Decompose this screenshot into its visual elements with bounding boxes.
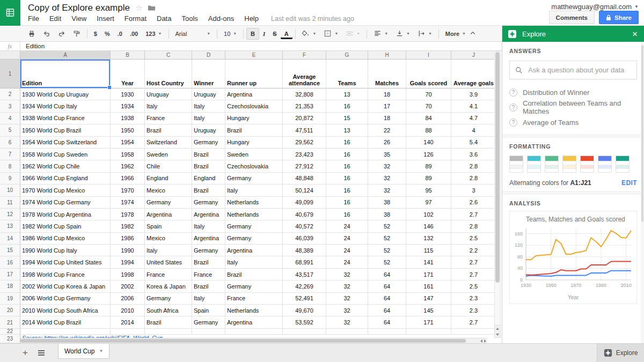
- cell[interactable]: 49,099: [283, 197, 326, 209]
- cell[interactable]: Brazil: [192, 160, 225, 172]
- vertical-align-button[interactable]: ▼: [392, 28, 414, 40]
- decrease-decimal-button[interactable]: .0: [114, 28, 126, 40]
- sheet-tab-world-cup[interactable]: World Cup ▼: [58, 344, 109, 359]
- vertical-scrollbar-thumb[interactable]: [495, 52, 500, 283]
- cell[interactable]: 32: [326, 280, 368, 292]
- menu-item-insert[interactable]: Insert: [97, 14, 114, 23]
- cell[interactable]: Teams: [326, 60, 368, 88]
- more-toolbar-menu[interactable]: More▼: [442, 28, 470, 40]
- cell[interactable]: 2014 World Cup Brazil: [20, 316, 111, 328]
- cell[interactable]: Netherlands: [225, 209, 283, 220]
- cell[interactable]: 32: [368, 160, 406, 172]
- redo-button[interactable]: [54, 28, 69, 40]
- column-header-F[interactable]: F: [283, 51, 326, 60]
- row-header-12[interactable]: 12: [0, 209, 20, 220]
- cell[interactable]: 1994 World Cup United States: [20, 256, 111, 268]
- cell[interactable]: Germany: [192, 137, 225, 149]
- cell[interactable]: 1982: [111, 220, 145, 232]
- cell[interactable]: 1934: [111, 100, 145, 112]
- cell[interactable]: 97: [406, 197, 451, 209]
- cell[interactable]: United States: [145, 256, 192, 268]
- vertical-scroll-arrows[interactable]: [494, 325, 501, 338]
- cell[interactable]: England: [192, 173, 225, 184]
- cell[interactable]: 1954: [111, 137, 145, 149]
- menu-item-add-ons[interactable]: Add-ons: [208, 14, 234, 23]
- cell[interactable]: [326, 329, 368, 335]
- horizontal-scrollbar[interactable]: [20, 338, 487, 343]
- cell[interactable]: 48,389: [283, 245, 326, 256]
- row-header-1[interactable]: 1: [0, 60, 20, 88]
- color-swatch-yellow[interactable]: [562, 156, 576, 173]
- cell[interactable]: 1986: [111, 233, 145, 245]
- cell[interactable]: 40,679: [283, 209, 326, 220]
- cell[interactable]: 18: [368, 113, 406, 124]
- cell[interactable]: 2.5: [451, 280, 496, 292]
- font-family-select[interactable]: Arial▼: [171, 28, 214, 40]
- cell[interactable]: Netherlands: [225, 305, 283, 316]
- color-swatch-cyan[interactable]: [527, 156, 541, 173]
- cell[interactable]: Italy: [192, 293, 225, 305]
- strikethrough-button[interactable]: S: [269, 28, 280, 40]
- cell[interactable]: 2.8: [451, 160, 496, 172]
- cell[interactable]: France: [145, 113, 192, 124]
- menu-item-tools[interactable]: Tools: [181, 14, 197, 23]
- cell[interactable]: Brazil: [225, 269, 283, 280]
- cell[interactable]: 70: [406, 88, 451, 100]
- text-color-button[interactable]: A: [281, 30, 292, 39]
- cell[interactable]: Czechoslovakia: [225, 100, 283, 112]
- formula-input[interactable]: Edition: [20, 43, 45, 49]
- suggested-question[interactable]: ?Correlation between Teams and Matches: [509, 100, 637, 115]
- cell[interactable]: Uruguay: [145, 88, 192, 100]
- cell[interactable]: 52: [368, 220, 406, 232]
- row-header-19[interactable]: 19: [0, 293, 20, 305]
- row-header-4[interactable]: 4: [0, 113, 20, 124]
- column-header-D[interactable]: D: [192, 51, 225, 60]
- cell[interactable]: 17: [368, 100, 406, 112]
- document-title[interactable]: Copy of Explore example: [28, 3, 130, 13]
- comments-button[interactable]: Comments: [549, 11, 595, 24]
- folder-icon[interactable]: [148, 4, 156, 11]
- vertical-scrollbar[interactable]: [494, 51, 501, 338]
- cell[interactable]: Host Country: [145, 60, 192, 88]
- cell[interactable]: 1966 World Cup England: [20, 173, 111, 184]
- row-header-16[interactable]: 16: [0, 256, 20, 268]
- cell[interactable]: 1998: [111, 269, 145, 280]
- cell[interactable]: Uruguay: [192, 124, 225, 136]
- selected-cell[interactable]: Edition: [20, 60, 111, 88]
- cell[interactable]: Germany: [225, 233, 283, 245]
- suggested-question[interactable]: ?Distribution of Winner: [509, 85, 637, 100]
- cell[interactable]: Argentina: [192, 233, 225, 245]
- account-menu[interactable]: matthewguay@gmail.com ▼: [551, 3, 639, 11]
- cell[interactable]: Argentina: [192, 209, 225, 220]
- share-button[interactable]: Share: [599, 11, 639, 24]
- number-format-menu[interactable]: 123▼: [142, 28, 165, 40]
- cell[interactable]: 20,872: [283, 113, 326, 124]
- cell[interactable]: Argentina: [225, 245, 283, 256]
- cell[interactable]: 1990: [111, 245, 145, 256]
- cell[interactable]: 2006: [111, 293, 145, 305]
- panel-scrollbar[interactable]: [641, 42, 644, 343]
- cell[interactable]: Brazil: [192, 149, 225, 160]
- cell[interactable]: Germany: [192, 245, 225, 256]
- cell[interactable]: 1938 World Cup France: [20, 113, 111, 124]
- cell[interactable]: 46,039: [283, 233, 326, 245]
- cell[interactable]: [368, 329, 406, 335]
- cell[interactable]: Spain: [145, 220, 192, 232]
- cell[interactable]: 2010: [111, 305, 145, 316]
- cell[interactable]: France: [145, 269, 192, 280]
- cell[interactable]: 146: [406, 220, 451, 232]
- horizontal-align-button[interactable]: ▼: [370, 28, 392, 40]
- cell[interactable]: 42,269: [283, 280, 326, 292]
- cell[interactable]: 32: [368, 184, 406, 196]
- cell[interactable]: 126: [406, 149, 451, 160]
- column-header-I[interactable]: I: [406, 51, 451, 60]
- cell[interactable]: Italy: [192, 113, 225, 124]
- cell[interactable]: 4.7: [451, 113, 496, 124]
- cell[interactable]: Argentina: [225, 88, 283, 100]
- cell[interactable]: 89: [406, 160, 451, 172]
- cell[interactable]: Uruguay: [192, 88, 225, 100]
- column-header-E[interactable]: E: [225, 51, 283, 60]
- cell[interactable]: 84: [406, 113, 451, 124]
- cell[interactable]: 40,572: [283, 220, 326, 232]
- close-icon[interactable]: ×: [631, 29, 639, 39]
